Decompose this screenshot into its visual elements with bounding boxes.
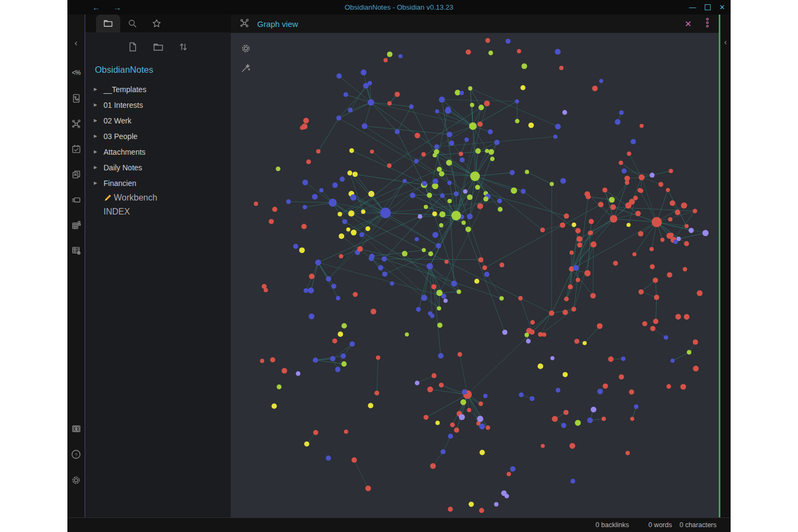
- file-item-workbench[interactable]: Workbench: [85, 191, 231, 205]
- status-character-count: 0 characters: [679, 521, 717, 529]
- collapse-icon[interactable]: ▶: [94, 102, 101, 107]
- collapse-sidebar-button[interactable]: ‹: [70, 37, 82, 49]
- folder-tree: ▶ __Templates ▶ 01 Interests ▶ 02: [85, 81, 231, 191]
- pencil-icon: [104, 194, 112, 202]
- folder-item[interactable]: ▶ Daily Notes: [85, 160, 231, 175]
- folder-label: Attachments: [104, 148, 146, 156]
- desktop: ← → ObsidianNotes - Obsidian v0.13.23 — …: [0, 0, 798, 532]
- folder-item[interactable]: ▶ Attachments: [85, 144, 231, 160]
- new-folder-button[interactable]: [152, 41, 164, 53]
- obsidian-window: ← → ObsidianNotes - Obsidian v0.13.23 — …: [67, 0, 731, 532]
- tab-starred[interactable]: [145, 15, 169, 32]
- folder-label: 01 Interests: [104, 101, 143, 109]
- graph-view-icon[interactable]: [70, 118, 82, 129]
- collapse-icon[interactable]: ▶: [94, 165, 101, 170]
- folder-label: __Templates: [104, 85, 146, 94]
- graph-icon: [239, 18, 250, 30]
- close-pane-icon[interactable]: ✕: [685, 19, 692, 29]
- sidebar-tabs: [85, 15, 231, 32]
- file-label: INDEX: [104, 207, 130, 217]
- vault-switcher-icon[interactable]: [70, 423, 82, 434]
- file-explorer: ObsidianNotes ▶ __Templates ▶ 01 Interes…: [85, 32, 231, 517]
- folder-label: Daily Notes: [104, 163, 142, 172]
- graph-canvas[interactable]: [231, 33, 718, 518]
- file-label: Workbench: [114, 193, 157, 203]
- minimize-button[interactable]: —: [689, 3, 696, 11]
- settings-gear-icon[interactable]: [70, 474, 82, 486]
- grid-blocks-icon[interactable]: [70, 219, 82, 231]
- svg-text:?: ?: [74, 452, 77, 458]
- title-bar: ← → ObsidianNotes - Obsidian v0.13.23 — …: [67, 0, 731, 15]
- folder-item[interactable]: ▶ __Templates: [85, 81, 231, 97]
- right-sidebar-collapsed: ‹: [719, 15, 731, 517]
- file-item-index[interactable]: INDEX: [85, 205, 231, 219]
- nav-forward-button[interactable]: →: [113, 3, 121, 11]
- folder-item[interactable]: ▶ 03 People: [85, 128, 231, 144]
- folder-item[interactable]: ▶ 02 Werk: [85, 113, 231, 128]
- folder-label: 03 People: [104, 132, 137, 141]
- maximize-button[interactable]: [705, 4, 711, 10]
- tab-search[interactable]: [120, 15, 145, 32]
- close-button[interactable]: ✕: [719, 3, 725, 11]
- window-title: ObsidianNotes - Obsidian v0.13.23: [67, 3, 731, 11]
- table-settings-icon[interactable]: [70, 244, 82, 256]
- status-backlinks[interactable]: 0 backlinks: [596, 521, 629, 529]
- collapse-icon[interactable]: ▶: [94, 87, 101, 92]
- collapse-icon[interactable]: ▶: [94, 134, 101, 139]
- workspace: ‹ <%: [67, 15, 731, 517]
- graph-view: [231, 33, 719, 517]
- more-options-icon[interactable]: [705, 17, 710, 30]
- folder-item[interactable]: ▶ Financien: [85, 175, 231, 191]
- templater-icon[interactable]: <%: [70, 67, 82, 79]
- graph-filter-wand-button[interactable]: [240, 63, 251, 73]
- new-note-button[interactable]: [127, 41, 139, 53]
- tab-file-explorer[interactable]: [96, 15, 120, 32]
- collapse-icon[interactable]: ▶: [94, 181, 101, 185]
- expand-right-sidebar-button[interactable]: ‹: [724, 37, 727, 46]
- folder-label: 02 Werk: [104, 116, 132, 125]
- help-icon[interactable]: ?: [70, 448, 82, 460]
- graph-settings-button[interactable]: [240, 43, 251, 54]
- sort-order-button[interactable]: [177, 41, 189, 53]
- graph-pane: Graph view ✕: [231, 15, 719, 517]
- workflow-note-icon[interactable]: [70, 92, 82, 104]
- slides-icon[interactable]: [70, 194, 82, 205]
- left-sidebar: ObsidianNotes ▶ __Templates ▶ 01 Interes…: [85, 15, 231, 517]
- pane-title: Graph view: [257, 19, 298, 29]
- status-word-count: 0 words: [648, 521, 672, 529]
- collapse-icon[interactable]: ▶: [94, 118, 101, 123]
- folder-label: Financien: [104, 179, 136, 188]
- nav-back-button[interactable]: ←: [92, 3, 100, 11]
- folder-item[interactable]: ▶ 01 Interests: [85, 97, 231, 113]
- vault-name[interactable]: ObsidianNotes: [85, 65, 231, 75]
- left-ribbon: ‹ <%: [67, 15, 85, 517]
- collapse-icon[interactable]: ▶: [94, 149, 101, 154]
- copy-note-icon[interactable]: [70, 168, 82, 180]
- graph-pane-header: Graph view ✕: [231, 15, 719, 33]
- status-bar: 0 backlinks 0 words 0 characters: [67, 517, 731, 532]
- calendar-check-icon[interactable]: [70, 143, 82, 155]
